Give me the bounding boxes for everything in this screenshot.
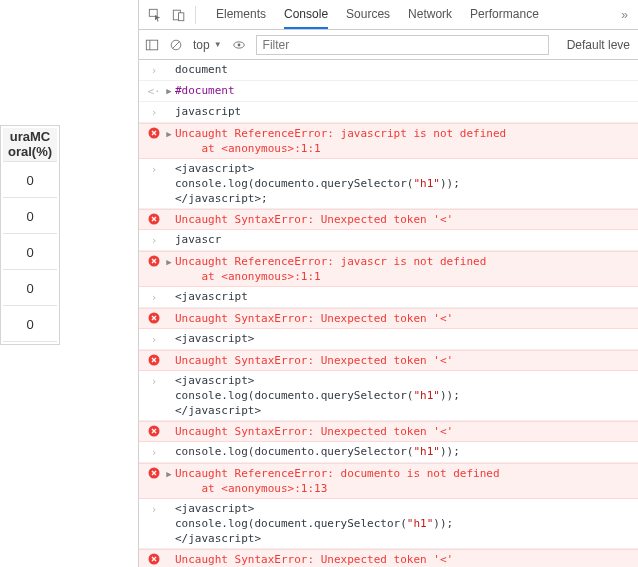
console-input-echo: › <javascript [139, 287, 638, 308]
inspect-icon[interactable] [145, 5, 165, 25]
console-input-echo: › console.log(documento.querySelector("h… [139, 442, 638, 463]
table-cell: 0 [3, 272, 57, 306]
console-error: Uncaught SyntaxError: Unexpected token '… [139, 350, 638, 371]
tab-network[interactable]: Network [408, 1, 452, 28]
tab-sources[interactable]: Sources [346, 1, 390, 28]
svg-rect-2 [179, 12, 184, 20]
table-header: uraMCoral(%) [3, 128, 57, 162]
console-error: ▶ Uncaught ReferenceError: javascript is… [139, 123, 638, 159]
table-cell: 0 [3, 200, 57, 234]
console-input-echo: › <javascript> console.log(documento.que… [139, 371, 638, 421]
svg-line-6 [173, 41, 180, 48]
expand-icon[interactable]: ▶ [163, 83, 175, 99]
tab-console[interactable]: Console [284, 1, 328, 29]
console-input-echo: › <javascript> [139, 329, 638, 350]
svg-rect-3 [146, 40, 157, 50]
error-icon [145, 126, 163, 139]
console-input-echo: › <javascript> console.log(documento.que… [139, 159, 638, 209]
svg-point-8 [237, 43, 240, 46]
console-body: › document <· ▶ #document › javascript ▶… [139, 60, 638, 567]
console-input-echo: › javascr [139, 230, 638, 251]
console-error: Uncaught SyntaxError: Unexpected token '… [139, 308, 638, 329]
table-cell: 0 [3, 308, 57, 342]
expand-icon[interactable]: ▶ [163, 254, 175, 270]
device-toggle-icon[interactable] [169, 5, 189, 25]
tabs-overflow-icon[interactable]: » [621, 8, 632, 22]
input-caret-icon: › [145, 62, 163, 78]
console-input-echo: › document [139, 60, 638, 81]
expand-icon[interactable]: ▶ [163, 466, 175, 482]
devtools-tabstrip: Elements Console Sources Network Perform… [139, 0, 638, 30]
filter-input[interactable] [256, 35, 549, 55]
console-error: ▶ Uncaught ReferenceError: javascr is no… [139, 251, 638, 287]
log-levels-selector[interactable]: Default leve [567, 38, 632, 52]
live-expression-icon[interactable] [232, 38, 246, 52]
context-label: top [193, 38, 210, 52]
console-output: <· ▶ #document [139, 81, 638, 102]
context-selector[interactable]: top ▼ [193, 38, 222, 52]
sidebar-toggle-icon[interactable] [145, 38, 159, 52]
console-toolbar: top ▼ Default leve [139, 30, 638, 60]
devtools-panel: Elements Console Sources Network Perform… [138, 0, 638, 567]
partial-data-table: uraMCoral(%) 0 0 0 0 0 [0, 125, 60, 345]
svg-rect-0 [149, 9, 157, 16]
console-input-echo: › <javascript> console.log(document.quer… [139, 499, 638, 549]
console-error: Uncaught SyntaxError: Unexpected token '… [139, 209, 638, 230]
console-error: Uncaught SyntaxError: Unexpected token '… [139, 549, 638, 567]
chevron-down-icon: ▼ [214, 40, 222, 49]
console-input-echo: › javascript [139, 102, 638, 123]
expand-icon[interactable]: ▶ [163, 126, 175, 142]
tab-performance[interactable]: Performance [470, 1, 539, 28]
console-error: ▶ Uncaught ReferenceError: documento is … [139, 463, 638, 499]
table-cell: 0 [3, 236, 57, 270]
console-error: Uncaught SyntaxError: Unexpected token '… [139, 421, 638, 442]
output-caret-icon: <· [145, 83, 163, 99]
clear-console-icon[interactable] [169, 38, 183, 52]
tab-elements[interactable]: Elements [216, 1, 266, 28]
table-cell: 0 [3, 164, 57, 198]
